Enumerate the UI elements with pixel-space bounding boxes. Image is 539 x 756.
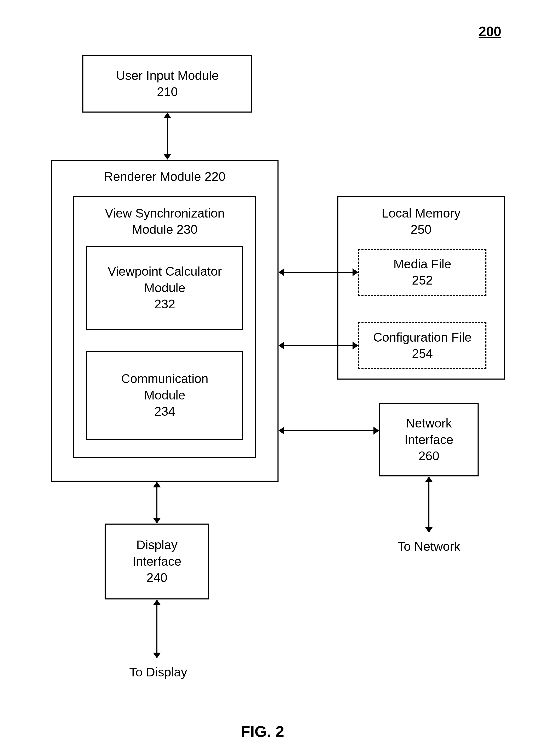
text-line: 252 [412,272,433,288]
text-line: Module [144,387,185,403]
svg-marker-14 [352,268,358,276]
text-line: View Synchronization [105,205,225,222]
text-line: Local Memory [382,205,460,222]
label-to-network: To Network [395,539,463,554]
connector-renderer-netif [278,424,379,437]
text-line: 254 [412,345,433,362]
text-line: 210 [157,84,178,100]
connector-renderer-mediafile [278,266,358,279]
svg-marker-4 [153,482,161,487]
label-to-display: To Display [125,665,191,679]
diagram-canvas: 200 User Input Module 210 Renderer Modul… [0,0,539,756]
text-line: Communication [121,371,208,387]
text-line: 240 [146,570,167,586]
text-line: Interface [405,432,453,448]
text-line: Network [406,415,452,431]
connector-userinput-renderer [161,113,174,160]
svg-marker-2 [163,154,171,160]
text-line: 260 [419,448,439,464]
box-communication-module: Communication Module 234 [86,351,243,440]
svg-marker-7 [153,600,161,605]
svg-marker-16 [278,341,284,349]
text-line: User Input Module [116,67,219,84]
text-line: Module 230 [132,222,198,238]
text-line: Configuration File [373,329,472,345]
svg-marker-19 [278,427,284,434]
connector-renderer-configfile [278,339,358,352]
text-line: Viewpoint Calculator [108,263,222,280]
box-viewpoint-calculator: Viewpoint Calculator Module 232 [86,246,243,330]
svg-marker-5 [153,518,161,523]
text-line: Media File [393,256,451,272]
svg-marker-10 [425,476,433,482]
box-display-interface: Display Interface 240 [105,523,209,600]
connector-network-out [423,476,435,533]
svg-marker-13 [278,268,284,276]
text-line: Module [144,280,185,296]
svg-marker-11 [425,527,433,533]
box-network-interface: Network Interface 260 [379,403,479,476]
svg-marker-8 [153,653,161,658]
text-line: 232 [154,296,175,312]
text-line: Display [136,537,177,553]
figure-caption: FIG. 2 [241,722,284,741]
text-line: 250 [411,222,431,238]
box-media-file: Media File 252 [358,249,487,296]
svg-marker-20 [373,427,379,434]
connector-display-out [150,600,163,658]
text-line: 234 [154,403,175,420]
connector-renderer-display [150,482,163,523]
svg-marker-17 [352,341,358,349]
svg-marker-1 [163,113,171,118]
text-line: Renderer Module 220 [104,169,225,185]
text-line: Interface [132,553,182,570]
box-configuration-file: Configuration File 254 [358,322,487,369]
box-user-input-module: User Input Module 210 [82,55,252,113]
figure-reference: 200 [479,24,501,39]
